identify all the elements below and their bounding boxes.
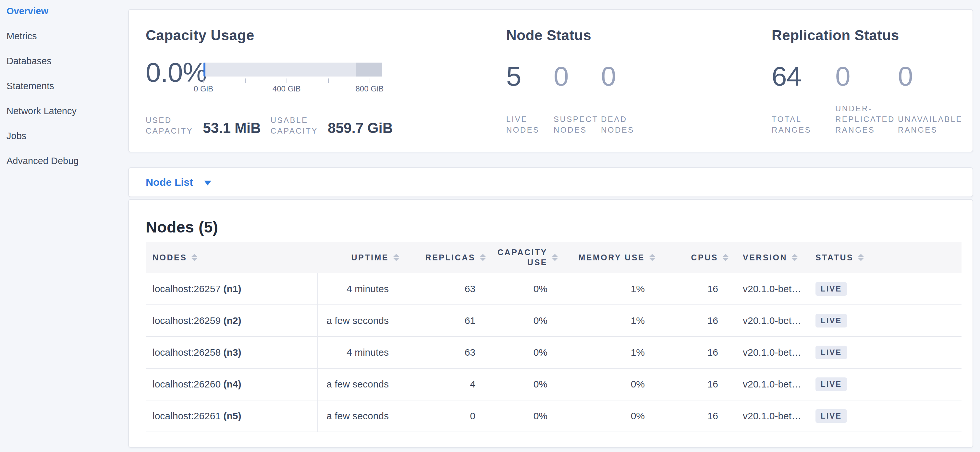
capacity-used-percent: 0.0% bbox=[146, 59, 204, 86]
sort-icon bbox=[191, 254, 197, 261]
node-memory-use: 0% bbox=[558, 368, 655, 400]
node-cpus: 16 bbox=[655, 305, 729, 336]
unavailable-ranges-label: UNAVAILABLERANGES bbox=[898, 114, 980, 136]
node-status-title: Node Status bbox=[506, 27, 672, 44]
capacity-usage-title: Capacity Usage bbox=[146, 27, 393, 44]
usable-capacity-label: USABLE CAPACITY bbox=[270, 115, 318, 136]
node-cpus: 16 bbox=[655, 273, 729, 305]
node-memory-use: 0% bbox=[558, 400, 655, 432]
node-version: v20.1.0-bet… bbox=[729, 305, 810, 336]
column-header-version[interactable]: VERSION bbox=[729, 242, 810, 273]
node-id: (n2) bbox=[224, 315, 242, 326]
under-replicated-ranges-value: 0 bbox=[835, 63, 898, 90]
node-list-dropdown[interactable]: Node List bbox=[128, 167, 973, 197]
capacity-gauge: 0 GiB 400 GiB 800 GiB bbox=[204, 63, 382, 94]
sidebar: Overview Metrics Databases Statements Ne… bbox=[0, 0, 127, 180]
node-capacity-use: 0% bbox=[486, 305, 558, 336]
table-header-row: NODES UPTIME REPLICAS bbox=[146, 242, 961, 273]
table-row-node-5[interactable]: localhost:26261 (n5) a few seconds 0 0% … bbox=[146, 400, 961, 432]
node-uptime: a few seconds bbox=[318, 305, 399, 336]
node-capacity-use: 0% bbox=[486, 273, 558, 305]
sidebar-item-overview[interactable]: Overview bbox=[0, 5, 127, 30]
node-version: v20.1.0-bet… bbox=[729, 336, 810, 368]
node-capacity-use: 0% bbox=[486, 368, 558, 400]
node-replicas: 4 bbox=[399, 368, 486, 400]
status-badge: LIVE bbox=[816, 346, 847, 359]
usable-capacity-value: 859.7 GiB bbox=[328, 121, 393, 136]
column-header-capacity-use[interactable]: CAPACITY USE bbox=[486, 242, 558, 273]
tick-label-800: 800 GiB bbox=[356, 84, 384, 94]
node-address: localhost:26258 bbox=[153, 347, 221, 358]
tick-label-0: 0 GiB bbox=[194, 84, 213, 94]
node-address: localhost:26257 bbox=[153, 283, 221, 294]
sidebar-item-advanced-debug[interactable]: Advanced Debug bbox=[0, 155, 127, 180]
nodes-table-card: Nodes (5) NODES UPTIME RE bbox=[128, 199, 973, 448]
sidebar-item-databases[interactable]: Databases bbox=[0, 55, 127, 80]
sort-icon bbox=[649, 254, 655, 261]
column-header-nodes[interactable]: NODES bbox=[146, 242, 318, 273]
node-cpus: 16 bbox=[655, 368, 729, 400]
node-uptime: 4 minutes bbox=[318, 273, 399, 305]
sidebar-item-network-latency[interactable]: Network Latency bbox=[0, 105, 127, 130]
nodes-table: NODES UPTIME REPLICAS bbox=[146, 242, 961, 432]
column-header-uptime[interactable]: UPTIME bbox=[318, 242, 399, 273]
node-capacity-use: 0% bbox=[486, 336, 558, 368]
node-cpus: 16 bbox=[655, 400, 729, 432]
sidebar-item-jobs[interactable]: Jobs bbox=[0, 130, 127, 155]
under-replicated-ranges-label: UNDER-REPLICATEDRANGES bbox=[835, 103, 898, 136]
node-id: (n3) bbox=[224, 347, 242, 358]
sort-icon bbox=[393, 254, 399, 261]
column-header-cpus[interactable]: CPUS bbox=[655, 242, 729, 273]
total-ranges-value: 64 bbox=[772, 63, 835, 90]
sidebar-item-statements[interactable]: Statements bbox=[0, 80, 127, 105]
sort-icon bbox=[552, 254, 558, 261]
sort-icon bbox=[792, 254, 798, 261]
replication-status-title: Replication Status bbox=[772, 27, 980, 44]
column-header-replicas[interactable]: REPLICAS bbox=[399, 242, 486, 273]
capacity-gauge-other-segment bbox=[356, 63, 382, 76]
unavailable-ranges-value: 0 bbox=[898, 63, 980, 90]
node-address: localhost:26259 bbox=[153, 315, 221, 326]
total-ranges-label: TOTALRANGES bbox=[772, 114, 835, 136]
sort-icon bbox=[723, 254, 729, 261]
node-replicas: 0 bbox=[399, 400, 486, 432]
node-uptime: a few seconds bbox=[318, 400, 399, 432]
node-version: v20.1.0-bet… bbox=[729, 273, 810, 305]
tick-label-400: 400 GiB bbox=[273, 84, 301, 94]
column-header-status[interactable]: STATUS bbox=[810, 242, 961, 273]
live-nodes-value: 5 bbox=[506, 63, 554, 90]
column-header-memory-use[interactable]: MEMORY USE bbox=[558, 242, 655, 273]
node-memory-use: 1% bbox=[558, 273, 655, 305]
node-status-section: Node Status 5 0 0 LIVENODES SUSPECTNODES… bbox=[506, 27, 672, 136]
cluster-summary-card: Capacity Usage 0.0% 0 GiB 400 GiB 800 Gi… bbox=[128, 9, 973, 152]
node-replicas: 61 bbox=[399, 305, 486, 336]
sort-icon bbox=[480, 254, 486, 261]
node-list-dropdown-label: Node List bbox=[146, 176, 193, 189]
table-row-node-3[interactable]: localhost:26258 (n3) 4 minutes 63 0% 1% … bbox=[146, 336, 961, 368]
capacity-gauge-ticks bbox=[204, 76, 382, 84]
node-uptime: 4 minutes bbox=[318, 336, 399, 368]
node-replicas: 63 bbox=[399, 336, 486, 368]
table-row-node-1[interactable]: localhost:26257 (n1) 4 minutes 63 0% 1% … bbox=[146, 273, 961, 305]
dead-nodes-value: 0 bbox=[601, 63, 672, 90]
nodes-table-title: Nodes (5) bbox=[146, 219, 956, 236]
capacity-gauge-track bbox=[204, 63, 382, 76]
node-id: (n5) bbox=[224, 411, 242, 421]
node-id: (n4) bbox=[224, 379, 242, 389]
node-id: (n1) bbox=[224, 283, 242, 294]
node-version: v20.1.0-bet… bbox=[729, 368, 810, 400]
table-row-node-2[interactable]: localhost:26259 (n2) a few seconds 61 0%… bbox=[146, 305, 961, 336]
main-content: Capacity Usage 0.0% 0 GiB 400 GiB 800 Gi… bbox=[128, 0, 973, 448]
table-row-node-4[interactable]: localhost:26260 (n4) a few seconds 4 0% … bbox=[146, 368, 961, 400]
sidebar-item-metrics[interactable]: Metrics bbox=[0, 30, 127, 55]
capacity-gauge-tick-labels: 0 GiB 400 GiB 800 GiB bbox=[204, 84, 382, 94]
capacity-gauge-used-segment bbox=[204, 63, 205, 76]
node-capacity-use: 0% bbox=[486, 400, 558, 432]
status-badge: LIVE bbox=[816, 282, 847, 296]
dead-nodes-label: DEADNODES bbox=[601, 114, 672, 136]
node-replicas: 63 bbox=[399, 273, 486, 305]
node-memory-use: 1% bbox=[558, 336, 655, 368]
status-badge: LIVE bbox=[816, 314, 847, 327]
replication-status-section: Replication Status 64 0 0 TOTALRANGES UN… bbox=[772, 27, 980, 136]
node-address: localhost:26261 bbox=[153, 411, 221, 421]
